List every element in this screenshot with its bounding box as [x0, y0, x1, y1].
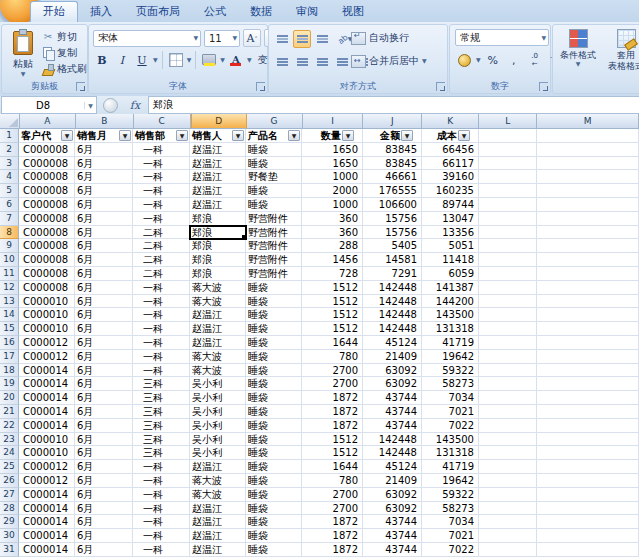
wrap-text-button[interactable]: 自动换行 [351, 30, 409, 46]
cell-G11[interactable]: 野营附件 [246, 267, 302, 281]
cell-M19[interactable] [537, 377, 639, 391]
cell-I28[interactable]: 2700 [302, 502, 363, 516]
cell-L23[interactable] [479, 433, 537, 447]
cell-C21[interactable]: 三科 [133, 405, 190, 419]
row-header-24[interactable]: 24 [0, 446, 19, 460]
cell-J24[interactable]: 142448 [363, 446, 422, 460]
filter-dropdown-button[interactable]: ▼ [288, 130, 300, 141]
cell-D10[interactable]: 郑浪 [190, 253, 246, 267]
cell-D18[interactable]: 蒋大波 [190, 364, 246, 378]
comma-style-button[interactable]: , [505, 51, 523, 69]
cell-L25[interactable] [479, 460, 537, 474]
cell-L9[interactable] [479, 239, 537, 253]
cell-M21[interactable] [537, 405, 639, 419]
cell-G26[interactable]: 睡袋 [246, 474, 302, 488]
cell-B28[interactable]: 6月 [75, 502, 133, 516]
cell-J5[interactable]: 176555 [363, 184, 422, 198]
cell-M17[interactable] [537, 350, 639, 364]
cell-D29[interactable]: 赵温江 [190, 515, 246, 529]
cell-K21[interactable]: 7021 [422, 405, 479, 419]
header-cell-G[interactable]: 产品名▼ [246, 129, 302, 143]
cell-C20[interactable]: 三科 [133, 391, 190, 405]
ribbon-tab-5[interactable]: 数据 [238, 1, 284, 22]
cell-C19[interactable]: 三科 [133, 377, 190, 391]
conditional-formatting-button[interactable]: 条件格式 ▼ [555, 28, 601, 67]
cell-B11[interactable]: 6月 [75, 267, 133, 281]
cell-B29[interactable]: 6月 [75, 515, 133, 529]
underline-button[interactable]: U [133, 51, 151, 69]
cell-I5[interactable]: 2000 [302, 184, 363, 198]
copy-button[interactable]: 复制 [42, 45, 88, 61]
cell-K11[interactable]: 6059 [422, 267, 479, 281]
cell-A11[interactable]: C000008 [19, 267, 75, 281]
cell-C13[interactable]: 一科 [133, 295, 190, 309]
filter-dropdown-button[interactable]: ▼ [458, 130, 470, 141]
cell-B2[interactable]: 6月 [75, 143, 133, 157]
cell-B5[interactable]: 6月 [75, 184, 133, 198]
cell-K31[interactable]: 7022 [422, 543, 479, 557]
cell-B13[interactable]: 6月 [75, 295, 133, 309]
filter-dropdown-button[interactable]: ▼ [232, 130, 244, 141]
cell-G29[interactable]: 睡袋 [246, 515, 302, 529]
cell-K18[interactable]: 59322 [422, 364, 479, 378]
cell-L5[interactable] [479, 184, 537, 198]
cell-J22[interactable]: 43744 [363, 419, 422, 433]
cell-D4[interactable]: 赵温江 [190, 170, 246, 184]
cell-B21[interactable]: 6月 [75, 405, 133, 419]
row-header-23[interactable]: 23 [0, 433, 19, 447]
cell-A7[interactable]: C000008 [19, 212, 75, 226]
cell-A20[interactable]: C000014 [19, 391, 75, 405]
cell-K16[interactable]: 41719 [422, 336, 479, 350]
cell-M29[interactable] [537, 515, 639, 529]
cell-A25[interactable]: C000012 [19, 460, 75, 474]
row-header-11[interactable]: 11 [0, 267, 19, 281]
cell-C28[interactable]: 一科 [133, 502, 190, 516]
cell-C11[interactable]: 二科 [133, 267, 190, 281]
cell-J17[interactable]: 21409 [363, 350, 422, 364]
align-middle-button[interactable] [293, 30, 311, 48]
cell-M15[interactable] [537, 322, 639, 336]
borders-dropdown-icon[interactable]: ▼ [187, 57, 192, 63]
cell-G2[interactable]: 睡袋 [246, 143, 302, 157]
cell-B7[interactable]: 6月 [75, 212, 133, 226]
cell-C30[interactable]: 一科 [133, 529, 190, 543]
cell-A29[interactable]: C000014 [19, 515, 75, 529]
cell-J30[interactable]: 43744 [363, 529, 422, 543]
cell-L14[interactable] [479, 308, 537, 322]
cell-A21[interactable]: C000014 [19, 405, 75, 419]
cell-I26[interactable]: 780 [302, 474, 363, 488]
row-header-18[interactable]: 18 [0, 364, 19, 378]
cell-L18[interactable] [479, 364, 537, 378]
underline-dropdown-icon[interactable]: ▼ [153, 57, 158, 63]
cell-L19[interactable] [479, 377, 537, 391]
cell-I20[interactable]: 1872 [302, 391, 363, 405]
filter-dropdown-button[interactable]: ▼ [342, 130, 354, 141]
cell-C12[interactable]: 一科 [133, 281, 190, 295]
cell-A23[interactable]: C000010 [19, 433, 75, 447]
cell-D19[interactable]: 吴小利 [190, 377, 246, 391]
cell-C8[interactable]: 二科 [133, 226, 190, 240]
align-center-button[interactable] [293, 53, 311, 71]
cell-I8[interactable]: 360 [302, 226, 363, 240]
cell-D9[interactable]: 郑浪 [190, 239, 246, 253]
cell-G12[interactable]: 睡袋 [246, 281, 302, 295]
header-cell-C[interactable]: 销售部▼ [133, 129, 190, 143]
cell-A24[interactable]: C000010 [19, 446, 75, 460]
cell-D3[interactable]: 赵温江 [190, 157, 246, 171]
cell-J14[interactable]: 142448 [363, 308, 422, 322]
cell-M30[interactable] [537, 529, 639, 543]
cell-J4[interactable]: 46661 [363, 170, 422, 184]
cell-K19[interactable]: 58273 [422, 377, 479, 391]
name-box[interactable]: D8 ▼ [1, 96, 97, 114]
cell-L16[interactable] [479, 336, 537, 350]
cell-D17[interactable]: 蒋大波 [190, 350, 246, 364]
cell-J3[interactable]: 83845 [363, 157, 422, 171]
ribbon-tab-1[interactable]: 开始 [30, 1, 78, 23]
cell-B30[interactable]: 6月 [75, 529, 133, 543]
cell-K7[interactable]: 13047 [422, 212, 479, 226]
row-header-28[interactable]: 28 [0, 502, 19, 516]
cell-B25[interactable]: 6月 [75, 460, 133, 474]
formula-input[interactable]: 郑浪 [148, 96, 639, 114]
header-cell-J[interactable]: 金额▼ [363, 129, 422, 143]
cell-J26[interactable]: 21409 [363, 474, 422, 488]
